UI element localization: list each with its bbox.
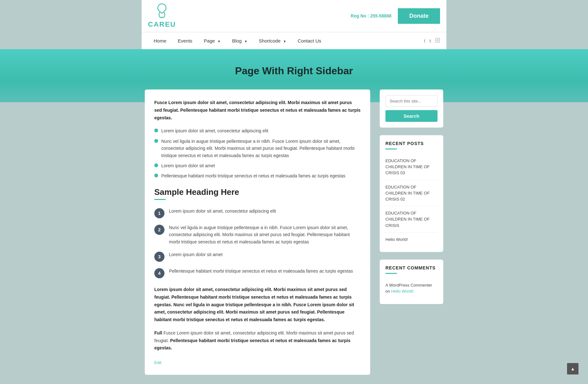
facebook-icon: f	[424, 38, 425, 43]
list-item: EDUCATION OF CHILDREN IN TIME OF CRISIS …	[385, 154, 438, 180]
twitter-icon: 𝕥	[429, 39, 431, 43]
comment-link[interactable]: Hello World!	[391, 289, 414, 294]
numbered-item: 4 Pellentesque habitant morbi tristique …	[154, 268, 361, 278]
header-top: CAREU Reg No : 255-58888 Donate	[142, 0, 446, 32]
widget-underline	[385, 273, 397, 274]
bullet-dot	[154, 163, 158, 167]
header-right: Reg No : 255-58888 Donate	[351, 8, 440, 24]
recent-post-link[interactable]: EDUCATION OF CHILDREN IN TIME OF CRISIS	[385, 211, 430, 228]
bullet-dot	[154, 129, 158, 132]
logo-icon	[155, 3, 169, 20]
comment-entry: A WordPress Commenter on Hello World!	[385, 278, 438, 298]
site-logo[interactable]: CAREU	[148, 3, 176, 29]
main-content: Fusce Lorem ipsum dolor sit amet, consec…	[145, 89, 370, 375]
sidebar: Search RECENT POSTS EDUCATION OF CHILDRE…	[380, 89, 443, 304]
number-badge: 4	[154, 268, 164, 278]
instagram-icon	[435, 38, 440, 44]
bullet-list: Lorem ipsum dolor sit amet, consectetur …	[154, 127, 361, 179]
bullet-item: Pellentesque habitant morbi tristique se…	[154, 172, 361, 179]
nav-item-events[interactable]: Events	[172, 32, 198, 49]
bullet-dot	[154, 139, 158, 143]
nav-item-home[interactable]: Home	[148, 32, 172, 49]
numbered-item: 1 Lorem ipsum dolor sit amet, consectetu…	[154, 208, 361, 218]
main-wrap: Fusce Lorem ipsum dolor sit amet, consec…	[142, 89, 446, 384]
nav-item-shortcode[interactable]: Shortcode ▼	[253, 32, 292, 49]
reg-number: Reg No : 255-58888	[351, 13, 391, 18]
number-badge: 3	[154, 252, 164, 262]
body-paragraph: Lorem ipsum dolor sit amet, consectetur …	[154, 286, 361, 324]
svg-rect-0	[435, 38, 439, 42]
donate-button[interactable]: Donate	[398, 8, 440, 24]
bullet-dot	[154, 174, 158, 177]
section-heading: Sample Heading Here	[154, 187, 361, 197]
bullet-item: Lorem ipsum dolor sit amet	[154, 162, 361, 169]
search-button[interactable]: Search	[385, 110, 438, 122]
heading-underline	[154, 199, 166, 200]
logo-text: CAREU	[148, 20, 176, 29]
full-paragraph: Full Fusce Lorem ipsum dolor sit amet, c…	[154, 329, 361, 352]
numbered-item: 3 Lorem ipsum dolor sit amet	[154, 251, 361, 262]
recent-posts-list: EDUCATION OF CHILDREN IN TIME OF CRISIS …	[385, 154, 438, 246]
svg-point-2	[438, 39, 439, 39]
nav-social: f 𝕥	[424, 38, 440, 44]
number-badge: 1	[154, 208, 164, 218]
facebook-link[interactable]: f	[424, 38, 425, 44]
search-widget: Search	[380, 89, 443, 128]
list-item: Hello World!	[385, 233, 438, 246]
instagram-link[interactable]	[435, 38, 440, 44]
widget-underline	[385, 149, 397, 149]
recent-posts-widget: RECENT POSTS EDUCATION OF CHILDREN IN TI…	[380, 135, 443, 252]
twitter-link[interactable]: 𝕥	[429, 38, 431, 44]
scroll-to-top[interactable]: ▲	[567, 363, 578, 374]
nav-item-contact[interactable]: Contact Us	[292, 32, 327, 49]
site-nav: Home Events Page ▼ Blog ▼ Shortcode ▼ Co…	[142, 32, 446, 49]
search-input[interactable]	[385, 95, 438, 107]
bullet-item: Lorem ipsum dolor sit amet, consectetur …	[154, 127, 361, 134]
edit-link[interactable]: Edit	[154, 360, 161, 365]
nav-item-blog[interactable]: Blog ▼	[226, 32, 253, 49]
recent-posts-title: RECENT POSTS	[385, 141, 438, 146]
reg-value: 255-58888	[370, 13, 391, 18]
recent-comments-widget: RECENT COMMENTS A WordPress Commenter on…	[380, 260, 443, 304]
recent-comments-title: RECENT COMMENTS	[385, 265, 438, 270]
bullet-item: Nunc vel ligula in augue tristique pelle…	[154, 138, 361, 159]
page-title: Page With Right Sidebar	[6, 65, 582, 77]
list-item: EDUCATION OF CHILDREN IN TIME OF CRISIS …	[385, 180, 438, 207]
list-item: EDUCATION OF CHILDREN IN TIME OF CRISIS	[385, 206, 438, 233]
recent-post-link[interactable]: EDUCATION OF CHILDREN IN TIME OF CRISIS …	[385, 158, 430, 175]
recent-post-link[interactable]: Hello World!	[385, 237, 408, 242]
numbered-list: 1 Lorem ipsum dolor sit amet, consectetu…	[154, 208, 361, 278]
recent-post-link[interactable]: EDUCATION OF CHILDREN IN TIME OF CRISIS …	[385, 185, 430, 202]
svg-point-1	[437, 39, 438, 41]
numbered-item: 2 Nunc vel ligula in augue tristique pel…	[154, 224, 361, 245]
nav-item-page[interactable]: Page ▼	[198, 32, 226, 49]
intro-paragraph: Fusce Lorem ipsum dolor sit amet, consec…	[154, 99, 361, 122]
number-badge: 2	[154, 225, 164, 235]
nav-links: Home Events Page ▼ Blog ▼ Shortcode ▼ Co…	[148, 32, 327, 49]
